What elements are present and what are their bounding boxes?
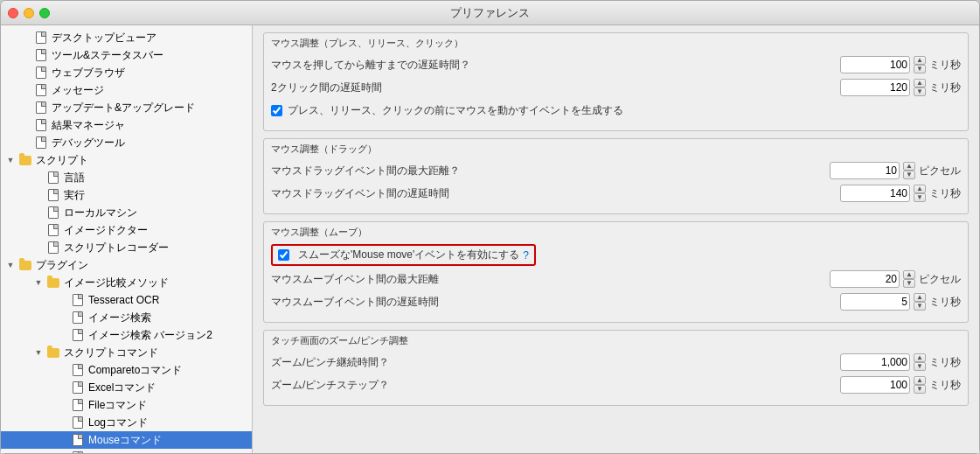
- stepper-up-zoom-duration[interactable]: ▲: [914, 353, 926, 362]
- close-button[interactable]: [8, 8, 18, 18]
- folder-icon: [18, 153, 32, 167]
- stepper-down-zoom-step[interactable]: ▼: [914, 385, 926, 394]
- form-row-move-delay: マウスムーブイベント間の遅延時間 ▲ ▼ ミリ秒: [271, 292, 961, 311]
- sidebar-item-script-recorder[interactable]: スクリプトレコーダー: [1, 239, 252, 256]
- input-drag-max-distance[interactable]: [830, 162, 900, 179]
- stepper-down-zoom-duration[interactable]: ▼: [914, 362, 926, 371]
- stepper-down-move-max[interactable]: ▼: [903, 279, 915, 288]
- spacer-icon: [32, 189, 45, 201]
- doc-icon: [34, 136, 48, 150]
- label-generate-move-event: プレス、リリース、クリックの前にマウスを動かすイベントを生成する: [288, 103, 623, 118]
- window-title: プリファレンス: [450, 5, 530, 21]
- stepper-up-drag-delay[interactable]: ▲: [914, 185, 926, 193]
- input-press-release-delay[interactable]: [840, 56, 910, 73]
- sidebar-item-image-compare-method[interactable]: ▼ イメージ比較メソッド: [1, 274, 252, 291]
- input-zoom-pinch-step[interactable]: [840, 376, 910, 394]
- sidebar-item-image-doctor[interactable]: イメージドクター: [1, 221, 252, 239]
- sidebar-item-image-search[interactable]: イメージ検索: [1, 309, 252, 326]
- sidebar-item-script[interactable]: ▼ スクリプト: [1, 151, 252, 169]
- unit-move-max-distance: ピクセル: [919, 272, 961, 287]
- spacer-icon: [20, 31, 32, 44]
- sidebar-item-excel-command[interactable]: Excelコマンド: [1, 379, 252, 396]
- sidebar-item-execute[interactable]: 実行: [1, 186, 252, 204]
- question-mark-smooth-mouse-move[interactable]: ?: [523, 249, 529, 262]
- stepper-down-press-release[interactable]: ▼: [914, 65, 926, 73]
- doc-icon: [34, 31, 48, 45]
- sidebar[interactable]: デスクトップビューア ツール&ステータスバー ウェブブラウザ: [1, 25, 253, 453]
- expand-icon: ▼: [32, 346, 45, 359]
- form-row-move-max-distance: マウスムーブイベント間の最大距離 ▲ ▼ ピクセル: [271, 269, 961, 289]
- unit-move-delay: ミリ秒: [929, 295, 961, 310]
- expand-icon: ▼: [32, 276, 45, 289]
- preferences-window: プリファレンス デスクトップビューア ツール&ステータスバー: [0, 0, 980, 454]
- section-mouse-move: マウス調整（ムーブ） スムーズな'Mouse move'イベントを有効にする ?…: [263, 221, 969, 323]
- sidebar-item-tool-statusbar[interactable]: ツール&ステータスバー: [1, 46, 252, 64]
- input-move-max-distance[interactable]: [830, 270, 900, 288]
- sidebar-item-compare-command[interactable]: Comparetoコマンド: [1, 361, 252, 379]
- doc-icon: [71, 381, 85, 395]
- stepper-down-drag-max[interactable]: ▼: [903, 171, 915, 179]
- stepper-down-double-click[interactable]: ▼: [914, 87, 926, 96]
- sidebar-item-web-browser[interactable]: ウェブブラウザ: [1, 64, 252, 81]
- sidebar-item-script-command[interactable]: ▼ スクリプトコマンド: [1, 344, 252, 361]
- input-move-delay[interactable]: [840, 293, 910, 311]
- input-drag-delay[interactable]: [840, 185, 910, 202]
- sidebar-item-label: イメージ比較メソッド: [64, 276, 169, 290]
- input-group-move-max-distance: ▲ ▼ ピクセル: [830, 270, 961, 288]
- sidebar-item-plugin[interactable]: ▼ プラグイン: [1, 256, 252, 274]
- sidebar-item-press-command[interactable]: Pressコマンド: [1, 449, 252, 453]
- sidebar-item-language[interactable]: 言語: [1, 169, 252, 186]
- sidebar-item-label: デバッグツール: [52, 136, 125, 150]
- stepper-move-max-distance: ▲ ▼: [903, 270, 915, 288]
- folder-icon: [46, 346, 60, 360]
- stepper-zoom-pinch-step: ▲ ▼: [914, 376, 926, 394]
- stepper-up-press-release[interactable]: ▲: [914, 56, 926, 65]
- sidebar-item-label: ウェブブラウザ: [52, 66, 125, 80]
- input-zoom-pinch-duration[interactable]: [840, 353, 910, 371]
- stepper-up-double-click[interactable]: ▲: [914, 79, 926, 87]
- input-double-click-delay[interactable]: [840, 79, 910, 96]
- stepper-down-drag-delay[interactable]: ▼: [914, 193, 926, 202]
- sidebar-item-file-command[interactable]: Fileコマンド: [1, 396, 252, 414]
- spacer-icon: [32, 224, 45, 236]
- sidebar-item-message[interactable]: メッセージ: [1, 81, 252, 99]
- spacer-icon: [32, 206, 45, 219]
- sidebar-item-label: イメージ検索 バージョン2: [88, 328, 212, 343]
- sidebar-item-local-machine[interactable]: ローカルマシン: [1, 204, 252, 221]
- sidebar-item-desktop-viewer[interactable]: デスクトップビューア: [1, 29, 252, 46]
- stepper-drag-delay: ▲ ▼: [914, 185, 926, 202]
- stepper-down-move-delay[interactable]: ▼: [914, 302, 926, 311]
- folder-icon: [46, 276, 60, 290]
- form-row-generate-move-event: プレス、リリース、クリックの前にマウスを動かすイベントを生成する: [271, 101, 961, 120]
- minimize-button[interactable]: [24, 8, 34, 18]
- sidebar-item-label: デスクトップビューア: [52, 31, 156, 45]
- stepper-up-move-delay[interactable]: ▲: [914, 293, 926, 302]
- doc-icon: [46, 171, 60, 185]
- spacer-icon: [32, 171, 45, 184]
- maximize-button[interactable]: [39, 8, 50, 18]
- stepper-up-move-max[interactable]: ▲: [903, 270, 915, 279]
- sidebar-item-debug-tools[interactable]: デバッグツール: [1, 134, 252, 151]
- doc-icon: [34, 66, 48, 80]
- spacer-icon: [57, 364, 69, 376]
- sidebar-item-update-upgrade[interactable]: アップデート&アップグレード: [1, 99, 252, 116]
- checkbox-smooth-mouse-move[interactable]: [278, 249, 289, 261]
- sidebar-item-result-manager[interactable]: 結果マネージャ: [1, 116, 252, 134]
- checkbox-generate-move-event[interactable]: [271, 105, 282, 116]
- stepper-up-zoom-step[interactable]: ▲: [914, 376, 926, 385]
- unit-drag-max-distance: ピクセル: [919, 164, 961, 178]
- form-row-double-click-delay: 2クリック間の遅延時間 ▲ ▼ ミリ秒: [271, 78, 961, 97]
- sidebar-item-label: スクリプト: [36, 153, 88, 168]
- sidebar-item-log-command[interactable]: Logコマンド: [1, 414, 252, 431]
- sidebar-item-label: Excelコマンド: [88, 381, 156, 395]
- section-mouse-drag: マウス調整（ドラッグ） マウスドラッグイベント間の最大距離？ ▲ ▼ ピクセル: [263, 138, 969, 214]
- sidebar-item-mouse-command[interactable]: Mouseコマンド: [1, 431, 252, 449]
- label-double-click-delay: 2クリック間の遅延時間: [271, 80, 840, 95]
- doc-icon: [71, 416, 85, 430]
- label-zoom-pinch-step: ズーム/ピンチステップ？: [271, 378, 840, 393]
- sidebar-item-tesseract-ocr[interactable]: Tesseract OCR: [1, 291, 252, 309]
- sidebar-item-image-search-v2[interactable]: イメージ検索 バージョン2: [1, 326, 252, 344]
- stepper-up-drag-max[interactable]: ▲: [903, 162, 915, 171]
- spacer-icon: [57, 451, 69, 453]
- spacer-icon: [20, 136, 32, 149]
